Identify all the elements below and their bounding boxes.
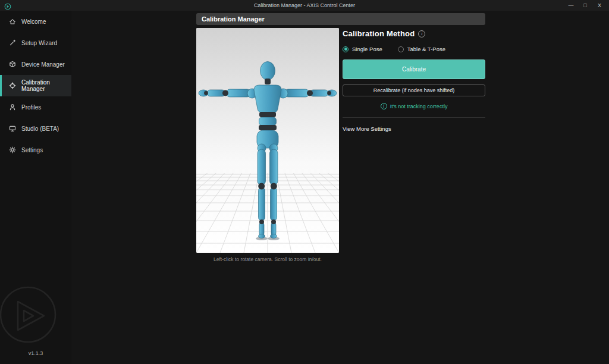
minimize-button[interactable]: — [564, 0, 578, 11]
sidebar-item-label: Setup Wizard [21, 40, 57, 46]
sidebar-item-label: Calibration Manager [21, 79, 71, 92]
view-more-settings-link[interactable]: View More Settings [343, 125, 485, 132]
main-content: Calibration Manager [196, 13, 485, 262]
radio-table-tpose[interactable]: Table & T-Pose [398, 46, 445, 52]
sidebar-item-settings[interactable]: Settings [0, 139, 71, 161]
sidebar-item-welcome[interactable]: Welcome [0, 11, 71, 32]
sidebar-item-setup-wizard[interactable]: Setup Wizard [0, 32, 71, 54]
sidebar-item-profiles[interactable]: Profiles [0, 96, 71, 118]
home-icon [9, 18, 16, 25]
recalibrate-button[interactable]: Recalibrate (if nodes have shifted) [343, 84, 485, 96]
brand-watermark-logo [0, 283, 59, 346]
section-title: Calibration Method [343, 29, 415, 38]
sidebar-item-label: Settings [21, 147, 43, 153]
wand-icon [9, 39, 16, 46]
sidebar-item-label: Studio (BETA) [21, 125, 59, 132]
close-button[interactable]: X [592, 0, 607, 11]
settings-icon [9, 146, 16, 153]
radio-single-pose[interactable]: Single Pose [343, 46, 382, 52]
panel-divider [343, 117, 485, 118]
info-icon-teal: i [381, 103, 387, 109]
calibration-method-radios: Single Pose Table & T-Pose [343, 46, 485, 52]
tracking-help-label: It's not tracking correctly [390, 103, 448, 109]
radio-dot-selected [343, 46, 349, 52]
studio-icon [9, 125, 16, 132]
radio-label: Single Pose [352, 46, 382, 52]
sidebar-item-device-manager[interactable]: Device Manager [0, 54, 71, 75]
calibration-panel: Calibration Method i Single Pose Table &… [343, 28, 485, 262]
maximize-button[interactable]: □ [578, 0, 592, 11]
radio-dot [398, 46, 404, 52]
title-bar: Calibration Manager - AXIS Control Cente… [0, 0, 609, 11]
3d-viewport[interactable] [196, 28, 339, 253]
sidebar-item-calibration-manager[interactable]: Calibration Manager [0, 75, 71, 96]
calibrate-button[interactable]: Calibrate [343, 59, 485, 79]
window-title: Calibration Manager - AXIS Control Cente… [0, 0, 609, 11]
profiles-icon [9, 103, 16, 111]
window-controls: — □ X [564, 0, 607, 11]
info-icon[interactable]: i [418, 30, 425, 37]
app-window: Calibration Manager - AXIS Control Cente… [0, 0, 609, 364]
sidebar-item-label: Welcome [21, 18, 46, 25]
tracking-help-link[interactable]: i It's not tracking correctly [343, 103, 485, 109]
sidebar: Welcome Setup Wizard Device Manager [0, 11, 71, 364]
sidebar-item-studio[interactable]: Studio (BETA) [0, 118, 71, 139]
device-icon [9, 61, 16, 68]
sidebar-item-label: Device Manager [21, 61, 65, 68]
app-version: v1.1.3 [0, 350, 71, 356]
radio-label: Table & T-Pose [407, 46, 445, 52]
viewport-caption: Left-click to rotate camera. Scroll to z… [196, 256, 339, 262]
calibration-icon [9, 82, 16, 89]
sidebar-item-label: Profiles [21, 104, 41, 111]
page-title: Calibration Manager [196, 13, 485, 25]
